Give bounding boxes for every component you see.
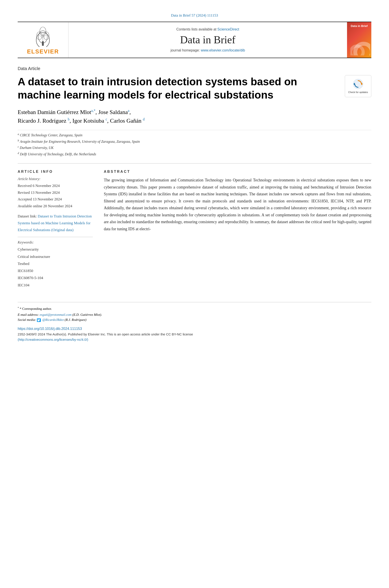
keywords-label: Keywords: bbox=[18, 240, 93, 245]
journal-reference: Data in Brief 57 (2024) 111153 bbox=[18, 13, 371, 18]
footer-area: * * Corresponding author. E-mail address… bbox=[18, 302, 371, 322]
social-handle-link[interactable]: @RicardoJRdez bbox=[42, 318, 64, 322]
journal-title: Data in Brief bbox=[180, 33, 235, 46]
keywords-list: Cybersecurity Critical infrastructure Te… bbox=[18, 246, 93, 289]
social-media-line: Social media: @RicardoJRdez (R.J. Rodríg… bbox=[18, 318, 371, 322]
journal-cover-image: Data in Brief bbox=[347, 22, 371, 58]
check-updates-label: Check for updates bbox=[348, 91, 368, 94]
header-center: Contents lists available at ScienceDirec… bbox=[68, 22, 347, 58]
page: Data in Brief 57 (2024) 111153 ELSEVIER bbox=[0, 0, 389, 588]
journal-ref-link[interactable]: Data in Brief 57 (2024) 111153 bbox=[171, 13, 218, 17]
author-2: Jose Saldana bbox=[98, 109, 128, 115]
abstract-heading: ABSTRACT bbox=[104, 170, 371, 174]
license-url-link[interactable]: (http://creativecommons.org/licenses/by-… bbox=[18, 338, 88, 341]
author-2-sup: a bbox=[128, 109, 130, 112]
journal-homepage-line: journal homepage: www.elsevier.com/locat… bbox=[170, 48, 245, 52]
article-title: A dataset to train intrusion detection s… bbox=[18, 75, 345, 102]
doi-footer: https://doi.org/10.1016/j.dib.2024.11115… bbox=[18, 327, 371, 342]
article-info-divider bbox=[18, 237, 93, 237]
author-4-sup: c bbox=[106, 117, 107, 121]
author-5-sup: d bbox=[143, 117, 145, 121]
email-line: E-mail address: esguti@protonmail.com (E… bbox=[18, 313, 371, 317]
affiliation-c: c Durham University, UK bbox=[18, 144, 371, 151]
affiliations-block: a CIRCE Technology Center, Zaragoza, Spa… bbox=[18, 130, 371, 157]
science-direct-link[interactable]: ScienceDirect bbox=[217, 27, 239, 31]
corresponding-author-note: * * Corresponding author. bbox=[18, 306, 371, 311]
author-5: Carlos Gañán bbox=[110, 118, 141, 124]
header-band: ELSEVIER Contents lists available at Sci… bbox=[18, 22, 371, 58]
cover-circles-decoration bbox=[350, 40, 370, 56]
article-body-two-col: ARTICLE INFO Article history: Received 6… bbox=[18, 163, 371, 289]
publisher-logo: ELSEVIER bbox=[18, 22, 68, 58]
license-text: 2352-3409/© 2024 The Author(s). Publishe… bbox=[18, 332, 371, 342]
doi-link[interactable]: https://doi.org/10.1016/j.dib.2024.11115… bbox=[18, 327, 82, 330]
article-info-column: ARTICLE INFO Article history: Received 6… bbox=[18, 170, 93, 289]
check-for-updates-badge[interactable]: Check for updates bbox=[345, 75, 371, 97]
cover-label: Data in Brief bbox=[351, 24, 368, 28]
title-row: A dataset to train intrusion detection s… bbox=[18, 75, 371, 102]
author-3-sup: b bbox=[68, 117, 69, 121]
authors-block: Esteban Damián Gutiérrez Mlota,*, Jose S… bbox=[18, 108, 371, 125]
svg-line-8 bbox=[43, 35, 46, 37]
dataset-link-label-text: Dataset link: Dataset to Train Intrusion… bbox=[18, 213, 93, 233]
article-history-label: Article history: bbox=[18, 177, 93, 181]
article-history-dates: Received 6 November 2024 Revised 13 Nove… bbox=[18, 183, 93, 209]
author-1: Esteban Damián Gutiérrez Mlot bbox=[18, 109, 91, 115]
email-link[interactable]: esguti@protonmail.com bbox=[39, 313, 71, 316]
check-updates-icon bbox=[353, 78, 364, 90]
article-type-label: Data Article bbox=[18, 66, 371, 71]
contents-available-line: Contents lists available at ScienceDirec… bbox=[176, 27, 239, 31]
elsevier-brand-label: ELSEVIER bbox=[27, 48, 59, 55]
affiliation-d: d Delft University of Technology, Delft,… bbox=[18, 151, 371, 157]
abstract-text: The growing integration of Information a… bbox=[104, 177, 371, 232]
author-1-sup: a,* bbox=[91, 109, 96, 112]
author-4: Igor Kotsiuba bbox=[72, 118, 104, 124]
journal-homepage-link[interactable]: www.elsevier.com/locate/dib bbox=[201, 48, 245, 52]
svg-rect-0 bbox=[42, 41, 44, 46]
affiliation-b: b Aragón Institute for Engineering Resea… bbox=[18, 138, 371, 145]
article-info-heading: ARTICLE INFO bbox=[18, 170, 93, 174]
elsevier-tree-icon bbox=[31, 25, 55, 47]
author-3: Ricardo J. Rodríguez bbox=[18, 118, 66, 124]
twitter-icon bbox=[37, 318, 41, 322]
affiliation-a: a CIRCE Technology Center, Zaragoza, Spa… bbox=[18, 132, 371, 138]
abstract-column: ABSTRACT The growing integration of Info… bbox=[104, 170, 371, 289]
